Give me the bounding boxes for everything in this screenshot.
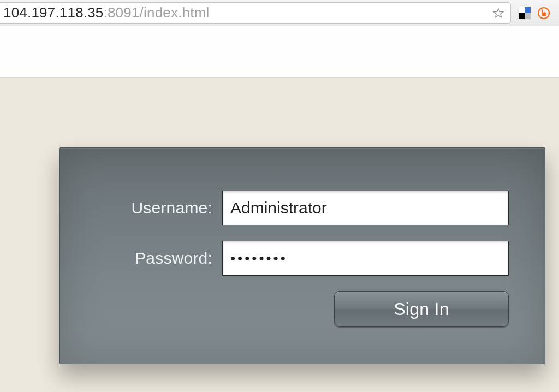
bookmark-star-icon[interactable] [492,7,505,20]
login-panel: Username: Password: Sign In [59,147,545,364]
page-body: Username: Password: Sign In [0,78,559,392]
password-label: Password: [85,249,222,268]
password-input[interactable] [222,241,509,276]
delicious-icon[interactable] [519,7,531,19]
extension-icons [519,7,550,20]
page-header-band [0,26,559,78]
button-row: Sign In [85,291,509,327]
password-row: Password: [85,241,509,276]
username-input[interactable] [222,191,509,225]
address-bar[interactable]: 104.197.118.35:8091/index.html [0,2,511,24]
username-row: Username: [85,191,509,225]
bitly-icon[interactable] [537,7,550,20]
username-label: Username: [85,199,222,217]
url-port: :8091 [104,4,140,21]
svg-marker-0 [493,8,503,17]
url-path: /index.html [140,4,210,21]
url-host: 104.197.118.35 [3,4,104,21]
signin-button[interactable]: Sign In [334,291,509,327]
browser-chrome: 104.197.118.35:8091/index.html [0,0,559,26]
